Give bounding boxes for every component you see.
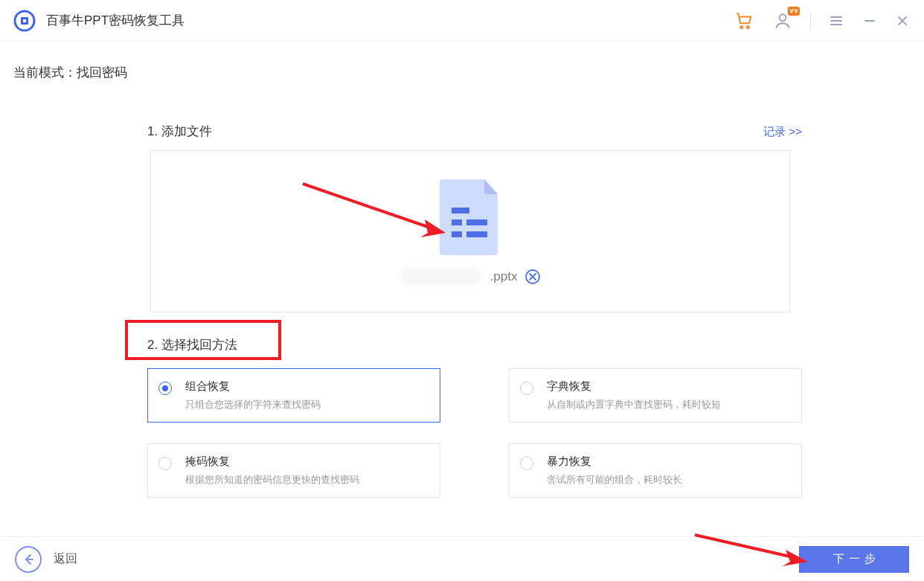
file-icon — [438, 178, 502, 258]
option-desc: 尝试所有可能的组合，耗时较长 — [547, 473, 682, 487]
svg-rect-11 — [466, 231, 487, 237]
back-label: 返回 — [54, 551, 77, 567]
file-extension: .pptx — [490, 269, 518, 284]
option-title: 暴力恢复 — [547, 455, 682, 469]
option-mask-recover[interactable]: 掩码恢复 根据您所知道的密码信息更快的查找密码 — [147, 443, 440, 498]
user-vip-icon[interactable] — [770, 8, 795, 33]
option-desc: 从自制或内置字典中查找密码，耗时较短 — [547, 398, 721, 411]
option-brute-recover[interactable]: 暴力恢复 尝试所有可能的组合，耗时较长 — [509, 443, 802, 498]
section1-label: 1. 添加文件 — [147, 123, 212, 140]
option-combo-recover[interactable]: 组合恢复 只组合您选择的字符来查找密码 — [147, 368, 440, 423]
radio-icon — [158, 457, 172, 470]
option-title: 字典恢复 — [547, 379, 721, 394]
svg-point-5 — [780, 14, 786, 21]
section2-label: 2. 选择找回方法 — [147, 338, 237, 352]
svg-rect-10 — [452, 231, 462, 237]
radio-icon — [520, 382, 533, 395]
next-button[interactable]: 下一步 — [799, 546, 909, 573]
svg-rect-2 — [23, 19, 26, 22]
option-title: 组合恢复 — [185, 379, 321, 394]
radio-icon — [520, 457, 533, 470]
titlebar: 百事牛PPT密码恢复工具 — [0, 0, 924, 42]
option-desc: 只组合您选择的字符来查找密码 — [185, 398, 321, 411]
file-name-redacted — [400, 269, 483, 285]
svg-rect-9 — [466, 219, 487, 225]
arrow-annotation-1 — [300, 179, 449, 239]
option-title: 掩码恢复 — [185, 455, 359, 469]
svg-rect-8 — [452, 219, 462, 225]
titlebar-divider — [810, 13, 811, 29]
back-arrow-icon — [15, 546, 42, 573]
svg-point-4 — [747, 26, 749, 28]
mode-line: 当前模式：找回密码 — [13, 64, 911, 81]
option-desc: 根据您所知道的密码信息更快的查找密码 — [185, 473, 359, 487]
app-logo-icon — [13, 10, 36, 32]
app-title: 百事牛PPT密码恢复工具 — [46, 12, 185, 29]
mode-prefix: 当前模式： — [13, 65, 77, 80]
menu-icon[interactable] — [826, 10, 847, 31]
back-button[interactable]: 返回 — [15, 546, 77, 573]
remove-file-icon[interactable] — [524, 269, 541, 285]
minimize-icon[interactable] — [860, 11, 879, 31]
close-icon[interactable] — [893, 11, 912, 31]
svg-line-13 — [303, 184, 432, 228]
records-link[interactable]: 记录 >> — [763, 125, 802, 139]
svg-point-3 — [740, 26, 742, 28]
option-dictionary-recover[interactable]: 字典恢复 从自制或内置字典中查找密码，耗时较短 — [509, 368, 802, 423]
svg-rect-7 — [452, 208, 469, 214]
cart-icon[interactable] — [731, 8, 757, 33]
recover-method-options: 组合恢复 只组合您选择的字符来查找密码 字典恢复 从自制或内置字典中查找密码，耗… — [147, 368, 802, 498]
svg-rect-6 — [788, 7, 800, 16]
mode-value: 找回密码 — [77, 65, 127, 80]
file-dropzone[interactable]: .pptx — [150, 150, 790, 312]
radio-icon — [158, 382, 172, 395]
footer: 返回 下一步 — [0, 536, 924, 581]
